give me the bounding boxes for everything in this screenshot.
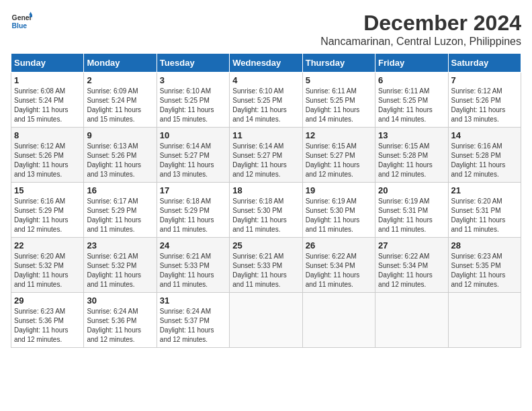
day-number: 9 (87, 130, 153, 140)
day-detail: Sunrise: 6:18 AM Sunset: 5:30 PM Dayligh… (232, 197, 299, 234)
day-detail: Sunrise: 6:15 AM Sunset: 5:27 PM Dayligh… (306, 142, 372, 179)
day-detail: Sunrise: 6:16 AM Sunset: 5:28 PM Dayligh… (451, 142, 518, 179)
day-number: 13 (378, 130, 445, 140)
calendar-cell: 25Sunrise: 6:21 AM Sunset: 5:33 PM Dayli… (230, 238, 302, 293)
calendar-week-row: 1Sunrise: 6:08 AM Sunset: 5:24 PM Daylig… (11, 73, 521, 128)
day-detail: Sunrise: 6:09 AM Sunset: 5:24 PM Dayligh… (87, 87, 153, 124)
day-number: 26 (306, 240, 372, 250)
day-number: 10 (160, 130, 226, 140)
calendar-cell: 11Sunrise: 6:14 AM Sunset: 5:27 PM Dayli… (230, 128, 302, 183)
day-detail: Sunrise: 6:19 AM Sunset: 5:30 PM Dayligh… (306, 197, 372, 234)
day-number: 8 (14, 130, 81, 140)
day-detail: Sunrise: 6:12 AM Sunset: 5:26 PM Dayligh… (14, 142, 81, 179)
day-number: 17 (160, 185, 226, 195)
day-detail: Sunrise: 6:22 AM Sunset: 5:34 PM Dayligh… (306, 252, 372, 289)
calendar-cell (448, 293, 521, 348)
calendar-week-row: 22Sunrise: 6:20 AM Sunset: 5:32 PM Dayli… (11, 238, 521, 293)
calendar-cell: 7Sunrise: 6:12 AM Sunset: 5:26 PM Daylig… (448, 73, 521, 128)
day-detail: Sunrise: 6:23 AM Sunset: 5:35 PM Dayligh… (451, 252, 518, 289)
day-number: 2 (87, 75, 153, 85)
calendar-week-row: 29Sunrise: 6:23 AM Sunset: 5:36 PM Dayli… (11, 293, 521, 348)
day-number: 31 (160, 295, 226, 306)
day-number: 25 (232, 240, 299, 250)
day-detail: Sunrise: 6:15 AM Sunset: 5:28 PM Dayligh… (378, 142, 445, 179)
day-number: 4 (232, 75, 299, 85)
day-number: 27 (378, 240, 445, 250)
day-number: 14 (451, 130, 518, 140)
calendar-cell: 16Sunrise: 6:17 AM Sunset: 5:29 PM Dayli… (84, 183, 157, 238)
calendar-cell: 29Sunrise: 6:23 AM Sunset: 5:36 PM Dayli… (11, 293, 84, 348)
calendar-cell: 12Sunrise: 6:15 AM Sunset: 5:27 PM Dayli… (302, 128, 375, 183)
svg-text:Blue: Blue (12, 22, 28, 30)
calendar-cell: 10Sunrise: 6:14 AM Sunset: 5:27 PM Dayli… (157, 128, 229, 183)
day-number: 11 (232, 130, 299, 140)
day-number: 16 (87, 185, 153, 195)
day-detail: Sunrise: 6:17 AM Sunset: 5:29 PM Dayligh… (87, 197, 153, 234)
day-number: 20 (378, 185, 445, 195)
calendar-cell: 17Sunrise: 6:18 AM Sunset: 5:29 PM Dayli… (157, 183, 229, 238)
calendar-cell: 1Sunrise: 6:08 AM Sunset: 5:24 PM Daylig… (11, 73, 84, 128)
calendar-week-row: 8Sunrise: 6:12 AM Sunset: 5:26 PM Daylig… (11, 128, 521, 183)
calendar-cell: 8Sunrise: 6:12 AM Sunset: 5:26 PM Daylig… (11, 128, 84, 183)
column-header-friday: Friday (375, 54, 448, 73)
calendar-cell: 19Sunrise: 6:19 AM Sunset: 5:30 PM Dayli… (302, 183, 375, 238)
calendar-cell: 24Sunrise: 6:21 AM Sunset: 5:33 PM Dayli… (157, 238, 229, 293)
day-number: 1 (14, 75, 81, 85)
calendar-cell: 3Sunrise: 6:10 AM Sunset: 5:25 PM Daylig… (157, 73, 229, 128)
calendar-cell: 9Sunrise: 6:13 AM Sunset: 5:26 PM Daylig… (84, 128, 157, 183)
day-number: 5 (306, 75, 372, 85)
calendar-cell: 22Sunrise: 6:20 AM Sunset: 5:32 PM Dayli… (11, 238, 84, 293)
calendar-cell: 6Sunrise: 6:11 AM Sunset: 5:25 PM Daylig… (375, 73, 448, 128)
day-detail: Sunrise: 6:24 AM Sunset: 5:36 PM Dayligh… (87, 307, 153, 345)
day-number: 22 (14, 240, 81, 250)
calendar-cell (302, 293, 375, 348)
calendar-cell: 21Sunrise: 6:20 AM Sunset: 5:31 PM Dayli… (448, 183, 521, 238)
day-detail: Sunrise: 6:21 AM Sunset: 5:32 PM Dayligh… (87, 252, 153, 289)
column-header-saturday: Saturday (448, 54, 521, 73)
calendar-cell (375, 293, 448, 348)
day-detail: Sunrise: 6:13 AM Sunset: 5:26 PM Dayligh… (87, 142, 153, 179)
day-number: 19 (306, 185, 372, 195)
calendar-cell: 30Sunrise: 6:24 AM Sunset: 5:36 PM Dayli… (84, 293, 157, 348)
calendar-cell: 27Sunrise: 6:22 AM Sunset: 5:34 PM Dayli… (375, 238, 448, 293)
day-number: 12 (306, 130, 372, 140)
column-header-tuesday: Tuesday (157, 54, 229, 73)
calendar-cell: 2Sunrise: 6:09 AM Sunset: 5:24 PM Daylig… (84, 73, 157, 128)
calendar-cell: 20Sunrise: 6:19 AM Sunset: 5:31 PM Dayli… (375, 183, 448, 238)
day-detail: Sunrise: 6:20 AM Sunset: 5:32 PM Dayligh… (14, 252, 81, 289)
calendar-cell: 26Sunrise: 6:22 AM Sunset: 5:34 PM Dayli… (302, 238, 375, 293)
page-title: December 2024 (320, 11, 521, 36)
day-detail: Sunrise: 6:16 AM Sunset: 5:29 PM Dayligh… (14, 197, 81, 234)
day-detail: Sunrise: 6:10 AM Sunset: 5:25 PM Dayligh… (232, 87, 299, 124)
calendar-cell: 23Sunrise: 6:21 AM Sunset: 5:32 PM Dayli… (84, 238, 157, 293)
day-detail: Sunrise: 6:11 AM Sunset: 5:25 PM Dayligh… (306, 87, 372, 124)
day-detail: Sunrise: 6:11 AM Sunset: 5:25 PM Dayligh… (378, 87, 445, 124)
day-number: 7 (451, 75, 518, 85)
day-detail: Sunrise: 6:22 AM Sunset: 5:34 PM Dayligh… (378, 252, 445, 289)
calendar-header-row: SundayMondayTuesdayWednesdayThursdayFrid… (11, 54, 521, 73)
calendar-cell: 31Sunrise: 6:24 AM Sunset: 5:37 PM Dayli… (157, 293, 229, 348)
day-detail: Sunrise: 6:10 AM Sunset: 5:25 PM Dayligh… (160, 87, 226, 124)
calendar-week-row: 15Sunrise: 6:16 AM Sunset: 5:29 PM Dayli… (11, 183, 521, 238)
calendar-cell: 28Sunrise: 6:23 AM Sunset: 5:35 PM Dayli… (448, 238, 521, 293)
day-detail: Sunrise: 6:20 AM Sunset: 5:31 PM Dayligh… (451, 197, 518, 234)
day-detail: Sunrise: 6:08 AM Sunset: 5:24 PM Dayligh… (14, 87, 81, 124)
day-number: 18 (232, 185, 299, 195)
day-number: 3 (160, 75, 226, 85)
day-number: 29 (14, 295, 81, 306)
calendar-cell: 13Sunrise: 6:15 AM Sunset: 5:28 PM Dayli… (375, 128, 448, 183)
page-header: General Blue December 2024 Nancamarinan,… (11, 11, 521, 48)
title-section: December 2024 Nancamarinan, Central Luzo… (320, 11, 521, 48)
calendar-cell: 5Sunrise: 6:11 AM Sunset: 5:25 PM Daylig… (302, 73, 375, 128)
calendar-cell: 4Sunrise: 6:10 AM Sunset: 5:25 PM Daylig… (230, 73, 302, 128)
day-detail: Sunrise: 6:14 AM Sunset: 5:27 PM Dayligh… (232, 142, 299, 179)
column-header-wednesday: Wednesday (230, 54, 302, 73)
day-number: 21 (451, 185, 518, 195)
day-detail: Sunrise: 6:24 AM Sunset: 5:37 PM Dayligh… (160, 307, 226, 345)
day-number: 15 (14, 185, 81, 195)
column-header-sunday: Sunday (11, 54, 84, 73)
day-detail: Sunrise: 6:21 AM Sunset: 5:33 PM Dayligh… (232, 252, 299, 289)
day-detail: Sunrise: 6:21 AM Sunset: 5:33 PM Dayligh… (160, 252, 226, 289)
day-number: 23 (87, 240, 153, 250)
day-number: 6 (378, 75, 445, 85)
